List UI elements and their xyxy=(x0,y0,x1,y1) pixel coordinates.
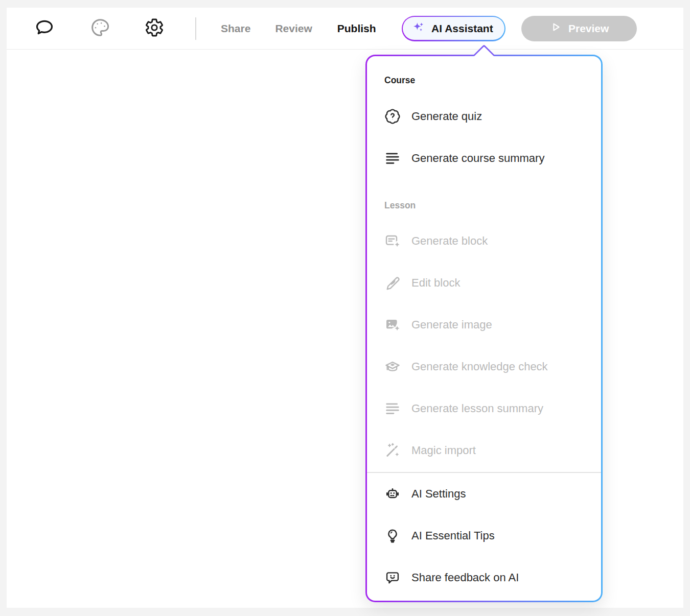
menu-item-generate-quiz[interactable]: Generate quiz xyxy=(367,96,601,137)
menu-item-label: Generate image xyxy=(411,318,492,331)
menu-item-generate-lesson-summary[interactable]: Generate lesson summary xyxy=(367,388,601,430)
menu-item-share-feedback[interactable]: Share feedback on AI xyxy=(367,557,601,599)
app-window: Share Review Publish xyxy=(7,8,683,608)
graduation-cap-icon xyxy=(384,359,401,375)
menu-item-generate-block[interactable]: Generate block xyxy=(367,220,601,262)
menu-item-label: Generate course summary xyxy=(411,152,544,165)
ai-assistant-button-inner[interactable]: AI Assistant xyxy=(403,17,504,40)
menu-item-generate-knowledge-check[interactable]: Generate knowledge check xyxy=(367,346,601,388)
menu-item-label: AI Essential Tips xyxy=(411,529,495,542)
menu-item-edit-block[interactable]: Edit block xyxy=(367,262,601,304)
quiz-badge-icon xyxy=(384,108,401,125)
share-button[interactable]: Share xyxy=(221,22,250,35)
palette-icon xyxy=(90,17,110,39)
lightbulb-icon xyxy=(384,528,401,544)
robot-icon xyxy=(384,486,401,502)
ai-assistant-button[interactable]: AI Assistant xyxy=(402,16,506,41)
summary-lines-icon xyxy=(384,150,401,167)
menu-item-label: AI Settings xyxy=(411,487,466,501)
play-icon xyxy=(549,21,562,36)
preview-button[interactable]: Preview xyxy=(521,16,637,41)
menu-item-ai-settings[interactable]: AI Settings xyxy=(367,473,601,515)
menu-item-generate-image[interactable]: Generate image xyxy=(367,304,601,346)
menu-item-label: Generate knowledge check xyxy=(411,360,548,373)
menu-item-label: Magic import xyxy=(411,444,476,457)
menu-item-label: Edit block xyxy=(411,276,460,290)
ai-assistant-menu-panel: Course Generate quiz xyxy=(367,56,601,601)
comments-button[interactable] xyxy=(34,18,55,39)
summary-lines-icon xyxy=(384,400,401,417)
comment-bubble-icon xyxy=(34,17,55,39)
sparkles-icon xyxy=(412,21,426,36)
generate-image-icon xyxy=(384,317,401,333)
theme-button[interactable] xyxy=(90,18,110,39)
menu-section-course: Course xyxy=(367,75,601,86)
menu-item-magic-import[interactable]: Magic import xyxy=(367,430,601,471)
menu-item-label: Generate quiz xyxy=(411,110,482,123)
toolbar: Share Review Publish xyxy=(7,8,683,50)
toolbar-divider xyxy=(195,17,196,40)
ai-assistant-menu: Course Generate quiz xyxy=(365,55,603,602)
menu-section-lesson: Lesson xyxy=(367,200,601,211)
settings-button[interactable] xyxy=(144,18,165,39)
generate-block-icon xyxy=(384,233,401,249)
menu-item-label: Generate lesson summary xyxy=(411,402,543,415)
edit-pencil-icon xyxy=(384,275,401,291)
page-background: Share Review Publish xyxy=(0,0,690,616)
menu-item-label: Generate block xyxy=(411,234,488,248)
settings-gear-icon xyxy=(144,17,165,39)
menu-item-ai-essential-tips[interactable]: AI Essential Tips xyxy=(367,515,601,557)
preview-label: Preview xyxy=(568,22,609,35)
magic-wand-icon xyxy=(384,442,401,459)
menu-item-generate-course-summary[interactable]: Generate course summary xyxy=(367,137,601,179)
publish-button[interactable]: Publish xyxy=(337,22,376,35)
feedback-bubble-icon xyxy=(384,570,401,586)
review-button[interactable]: Review xyxy=(275,22,312,35)
ai-assistant-label: AI Assistant xyxy=(431,22,493,35)
menu-item-label: Share feedback on AI xyxy=(411,571,519,584)
